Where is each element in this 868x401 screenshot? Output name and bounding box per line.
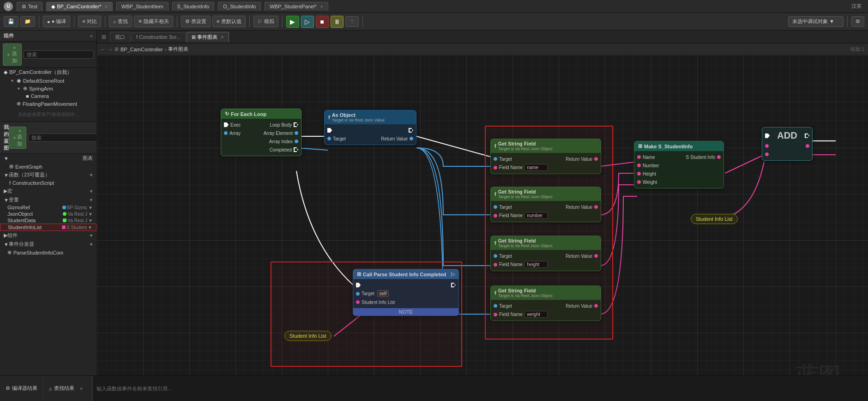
get-string-field-3-node[interactable]: f Get String Field Target is Va Rest Jso… (490, 236, 601, 271)
class-settings-button[interactable]: ⚙ 类设置 (181, 16, 211, 27)
compiler-results-tab[interactable]: ⚙ 编译器结果 (0, 376, 43, 401)
simulate-button[interactable]: ▷ 模拟 (253, 16, 278, 27)
tree-item-floating[interactable]: ⊕ FloatingPawnMovement (13, 100, 96, 108)
more-options-button[interactable]: ⋮ (345, 16, 359, 27)
for-each-loop-node[interactable]: ↻ For Each Loop Exec Loop Body (221, 109, 301, 156)
var-jsonobject-dot (63, 212, 66, 216)
gs2-field-input[interactable] (524, 212, 548, 219)
array-index-dot (295, 140, 298, 143)
component-panel-close[interactable]: × (90, 33, 93, 39)
parse-student-info-item[interactable]: ⊕ ParseStudentInfoCom (0, 249, 96, 256)
functions-section-header[interactable]: ▼ 函数（23可覆盖） + (0, 170, 96, 179)
add-exec-out-shape (805, 134, 809, 138)
components-add-icon[interactable]: + (90, 232, 93, 239)
pause-button[interactable]: ⏸ (331, 16, 344, 28)
call-parse-expand-icon[interactable]: ▷ (451, 271, 455, 277)
macros-add-icon[interactable]: + (90, 188, 93, 194)
component-search-input[interactable] (24, 50, 94, 59)
add-blueprint-button[interactable]: + + 添加 (9, 127, 26, 149)
var-gizmoref[interactable]: GizmoRef BP Gizmc ▼ (0, 204, 96, 211)
variables-section-header[interactable]: ▼ 变量 + (0, 195, 96, 204)
get-string-field-1-node[interactable]: f Get String Field Target is Va Rest Jso… (490, 139, 601, 174)
play-alt-button[interactable]: ▷ (301, 16, 314, 28)
gs2-target-label: Target (499, 205, 512, 210)
title-tab-wbp-panel[interactable]: WBP_StudentPanel* × (265, 2, 328, 11)
call-parse-node[interactable]: ⊞ Call Parse Student Info Completed ▷ (353, 269, 459, 316)
gs1-field-input[interactable] (524, 164, 548, 171)
graphs-label: 图表 (83, 155, 93, 162)
gs2-target-pin: Target (494, 205, 512, 210)
student-info-list-2-node[interactable]: Student Info List (691, 214, 738, 224)
gs4-field-input[interactable] (524, 311, 548, 318)
construction-script-item[interactable]: f ConstructionScript (0, 179, 96, 187)
variables-add-icon[interactable]: + (90, 197, 93, 203)
title-tab-s-student[interactable]: S_StudentInfo (172, 2, 215, 11)
title-tab-bp-camcontroller[interactable]: ◆ BP_CamController* × (46, 2, 113, 11)
make-number-pin: Number (637, 163, 659, 168)
gs1-return-label: Return Value (566, 157, 592, 162)
canvas-tab-event-graph[interactable]: ⊞ 事件图表 × (187, 32, 229, 42)
find-results-tab[interactable]: ⌕ 查找结果 × (43, 376, 92, 401)
find-results-close[interactable]: × (76, 384, 86, 393)
hide-unrelated-button[interactable]: ✕ 隐藏不相关 (134, 16, 173, 27)
event-dispatchers-add-icon[interactable]: + (90, 241, 93, 248)
macros-label: 宏 (7, 188, 12, 194)
graphs-section-header[interactable]: ▼ 图表 (0, 154, 96, 163)
get-string-2-body: Target Return Value Field Name (491, 201, 601, 222)
add-data-row (762, 142, 812, 150)
title-tab-o-student[interactable]: O_StudentInfo (218, 2, 261, 11)
diff-button[interactable]: ≡ 对比 (78, 16, 101, 27)
tree-label-floating: FloatingPawnMovement (23, 101, 77, 107)
components-section-header[interactable]: ▶ 组件 + (0, 231, 96, 240)
nav-back-button[interactable]: ← (101, 47, 106, 52)
call-parse-stulist-row: Student Info List (353, 298, 458, 306)
bottom-search-input[interactable] (92, 376, 868, 401)
blueprint-search-input[interactable] (28, 134, 96, 142)
compile-button[interactable]: ● ● 编译 (43, 16, 70, 27)
var-jsonobject[interactable]: JsonObject Va Rest J ▼ (0, 211, 96, 217)
functions-add-icon[interactable]: + (90, 172, 93, 178)
tab-close-panel[interactable]: × (320, 4, 323, 9)
as-object-node[interactable]: f As Object Target is Va Rest Json Value (324, 110, 416, 145)
tab-close-bp[interactable]: × (105, 4, 108, 9)
canvas-grid-icon[interactable]: ⊞ (99, 34, 109, 40)
search-button[interactable]: ⌕ 查找 (109, 16, 132, 27)
tree-root-label: BP_CamController（自我） (9, 69, 72, 76)
event-dispatchers-section-header[interactable]: ▼ 事件分发器 + (0, 240, 96, 249)
save-button[interactable]: 💾 (4, 16, 18, 27)
tree-item-camera[interactable]: ■ Camera (0, 92, 96, 100)
canvas-tab-construction[interactable]: f Construction Scr... (131, 32, 186, 41)
lang-switch[interactable]: 汉英 (849, 2, 864, 11)
default-value-button[interactable]: ≡ 类默认值 (212, 16, 245, 27)
nav-forward-button[interactable]: → (108, 47, 113, 52)
event-graph-close-icon[interactable]: × (221, 34, 223, 40)
tree-item-springarm[interactable]: ▼ ⊕ SpringArm (13, 85, 96, 92)
get-string-field-2-node[interactable]: f Get String Field Target is Va Rest Jso… (490, 187, 601, 222)
make-struct-node[interactable]: ⊞ Make S_StudentInfo Name S Student Info (634, 141, 724, 188)
bp-canvas[interactable]: ↻ For Each Loop Exec Loop Body (97, 55, 868, 375)
title-tab-wbp-student[interactable]: WBP_StudentItem (116, 2, 169, 11)
stop-button[interactable]: ■ (316, 16, 329, 28)
canvas-tab-viewport[interactable]: 视口 (110, 32, 130, 42)
event-graph-item[interactable]: ⊞ EventGraph (0, 163, 96, 170)
get-string-4-body: Target Return Value Field Name (491, 300, 601, 321)
make-name-pin: Name (637, 155, 655, 160)
debug-target-dropdown[interactable]: 未选中调试对象 ▼ (788, 16, 844, 27)
gs4-return-label: Return Value (566, 304, 592, 309)
debug-settings-button[interactable]: ⚙ (851, 16, 864, 27)
play-button[interactable]: ▶ (286, 16, 299, 28)
gs3-field-input[interactable] (524, 261, 548, 268)
tree-item-defaultsceneroot[interactable]: ▼ ◉ DefaultSceneRoot (6, 77, 96, 85)
tree-item-root[interactable]: ◆ BP_CamController（自我） (0, 68, 96, 77)
make-struct-body: Name S Student Info Number (634, 151, 723, 188)
get-string-field-4-node[interactable]: f Get String Field Target is Va Rest Jso… (490, 286, 601, 321)
event-dispatchers-label: 事件分发器 (9, 241, 34, 248)
macros-section-header[interactable]: ▶ 宏 + (0, 187, 96, 195)
var-studentinfolist[interactable]: StudentInfoList S Student ▼ (0, 224, 96, 231)
add-component-button[interactable]: + + 添加 (3, 43, 22, 66)
var-studentdata[interactable]: StudentData Va Rest J ▼ (0, 217, 96, 224)
add-node[interactable]: ADD (762, 127, 813, 161)
browse-button[interactable]: 📁 (20, 16, 35, 27)
title-tab-test[interactable]: ⚙ Test (17, 2, 42, 11)
student-info-list-1-node[interactable]: Student Info List (284, 331, 332, 341)
